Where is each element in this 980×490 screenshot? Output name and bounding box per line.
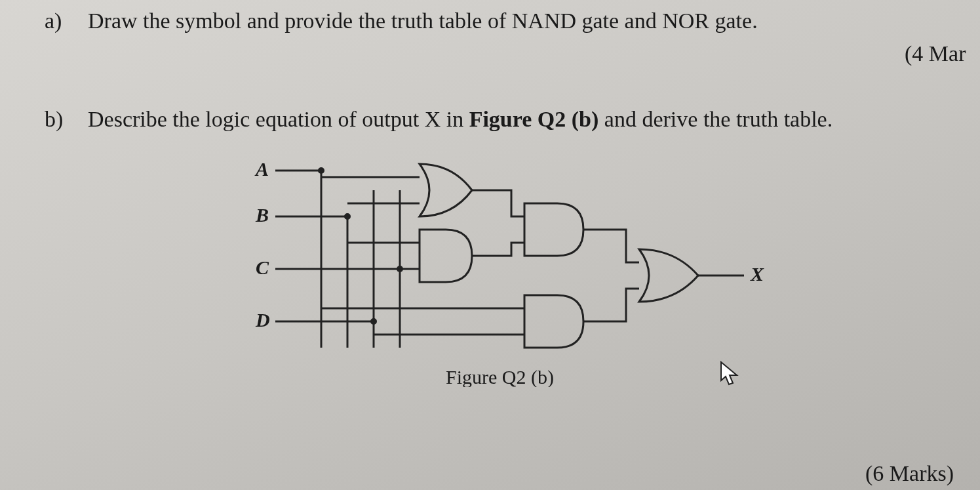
part-a-text: Draw the symbol and provide the truth ta… [88,7,758,35]
input-C-label: C [256,256,269,278]
part-a-marks: (4 Mar [905,39,966,68]
bullet-b: b) [45,105,63,134]
figure-caption: Figure Q2 (b) [446,366,554,387]
bullet-a: a) [45,7,62,35]
input-A-label: A [254,158,269,180]
svg-point-2 [370,318,377,325]
gate-g5-or [639,249,744,302]
circuit-diagram: A B C D [249,151,780,387]
page: a) Draw the symbol and provide the truth… [0,0,980,490]
part-b-prefix: Describe the logic equation of output X … [88,107,469,131]
part-b-text: Describe the logic equation of output X … [88,105,833,134]
input-D-label: D [255,309,270,331]
input-B-label: B [255,204,269,226]
gate-g4-and [321,289,639,348]
svg-point-0 [318,167,324,174]
part-b-figure-ref: Figure Q2 (b) [469,107,599,131]
gate-g1-or [321,164,524,216]
svg-point-1 [344,213,351,220]
part-b-marks: (6 Marks) [865,459,954,488]
gate-g3-and [524,203,639,262]
part-b-suffix: and derive the truth table. [598,107,833,131]
output-X-label: X [750,263,764,285]
cursor-icon [720,361,739,387]
